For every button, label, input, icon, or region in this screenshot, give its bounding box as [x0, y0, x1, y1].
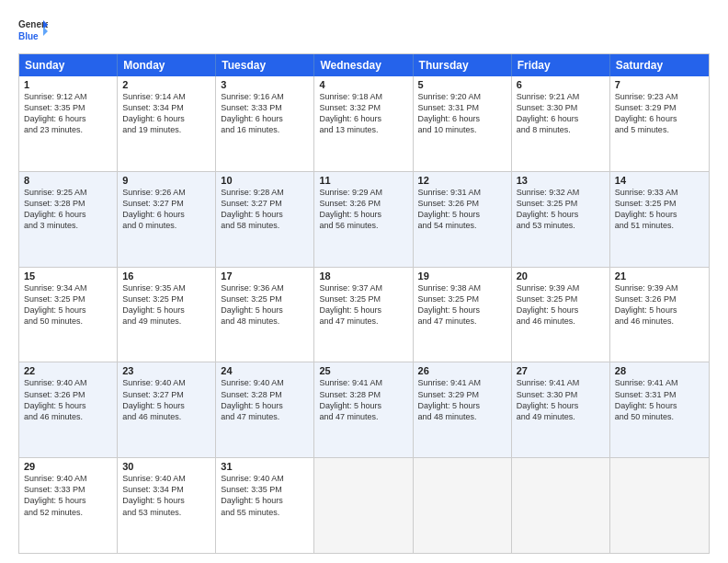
calendar-cell — [512, 458, 610, 553]
calendar-row-3: 15Sunrise: 9:34 AMSunset: 3:25 PMDayligh… — [19, 267, 709, 362]
calendar-cell: 24Sunrise: 9:40 AMSunset: 3:28 PMDayligh… — [216, 362, 314, 457]
day-number: 3 — [221, 79, 309, 90]
day-number: 6 — [517, 79, 605, 90]
day-of-week-tuesday: Tuesday — [216, 54, 314, 76]
day-number: 29 — [24, 461, 112, 472]
calendar-cell: 10Sunrise: 9:28 AMSunset: 3:27 PMDayligh… — [216, 172, 314, 267]
day-of-week-saturday: Saturday — [610, 54, 709, 76]
day-of-week-thursday: Thursday — [414, 54, 512, 76]
calendar-row-2: 8Sunrise: 9:25 AMSunset: 3:28 PMDaylight… — [19, 171, 709, 267]
page: General Blue SundayMondayTuesdayWednesda… — [0, 0, 728, 563]
logo-container: General Blue — [18, 15, 48, 44]
cell-info: Sunrise: 9:40 AMSunset: 3:27 PMDaylight:… — [122, 377, 210, 422]
day-number: 8 — [24, 175, 112, 186]
calendar-cell: 3Sunrise: 9:16 AMSunset: 3:33 PMDaylight… — [216, 76, 314, 171]
day-of-week-friday: Friday — [512, 54, 610, 76]
day-of-week-sunday: Sunday — [19, 54, 118, 76]
cell-info: Sunrise: 9:39 AMSunset: 3:25 PMDaylight:… — [517, 282, 605, 327]
cell-info: Sunrise: 9:40 AMSunset: 3:34 PMDaylight:… — [122, 473, 210, 518]
calendar-cell: 28Sunrise: 9:41 AMSunset: 3:31 PMDayligh… — [610, 362, 709, 457]
calendar-cell: 12Sunrise: 9:31 AMSunset: 3:26 PMDayligh… — [414, 172, 512, 267]
logo: General Blue — [18, 15, 48, 44]
cell-info: Sunrise: 9:21 AMSunset: 3:30 PMDaylight:… — [517, 91, 605, 136]
cell-info: Sunrise: 9:18 AMSunset: 3:32 PMDaylight:… — [319, 91, 407, 136]
day-number: 19 — [418, 270, 506, 282]
day-number: 2 — [122, 79, 210, 90]
calendar-cell: 9Sunrise: 9:26 AMSunset: 3:27 PMDaylight… — [118, 172, 216, 267]
day-number: 26 — [418, 365, 506, 376]
day-number: 31 — [221, 461, 309, 472]
day-number: 18 — [319, 270, 407, 282]
cell-info: Sunrise: 9:31 AMSunset: 3:26 PMDaylight:… — [418, 187, 506, 232]
calendar-cell: 7Sunrise: 9:23 AMSunset: 3:29 PMDaylight… — [610, 76, 709, 171]
calendar-cell: 16Sunrise: 9:35 AMSunset: 3:25 PMDayligh… — [118, 268, 216, 362]
day-number: 7 — [615, 79, 704, 90]
calendar-cell: 8Sunrise: 9:25 AMSunset: 3:28 PMDaylight… — [19, 172, 118, 267]
cell-info: Sunrise: 9:20 AMSunset: 3:31 PMDaylight:… — [418, 91, 506, 136]
calendar-cell: 22Sunrise: 9:40 AMSunset: 3:26 PMDayligh… — [19, 362, 118, 457]
day-number: 15 — [24, 270, 112, 282]
cell-info: Sunrise: 9:16 AMSunset: 3:33 PMDaylight:… — [221, 91, 309, 136]
cell-info: Sunrise: 9:38 AMSunset: 3:25 PMDaylight:… — [418, 282, 506, 327]
cell-info: Sunrise: 9:29 AMSunset: 3:26 PMDaylight:… — [319, 187, 407, 232]
cell-info: Sunrise: 9:41 AMSunset: 3:29 PMDaylight:… — [418, 377, 506, 422]
day-number: 17 — [221, 270, 309, 282]
svg-text:Blue: Blue — [18, 31, 39, 41]
cell-info: Sunrise: 9:28 AMSunset: 3:27 PMDaylight:… — [221, 187, 309, 232]
cell-info: Sunrise: 9:35 AMSunset: 3:25 PMDaylight:… — [122, 282, 210, 327]
day-number: 4 — [319, 79, 407, 90]
calendar: SundayMondayTuesdayWednesdayThursdayFrid… — [18, 53, 710, 554]
calendar-cell: 5Sunrise: 9:20 AMSunset: 3:31 PMDaylight… — [414, 76, 512, 171]
cell-info: Sunrise: 9:37 AMSunset: 3:25 PMDaylight:… — [319, 282, 407, 327]
calendar-cell — [414, 458, 512, 553]
day-number: 30 — [122, 461, 210, 472]
cell-info: Sunrise: 9:40 AMSunset: 3:26 PMDaylight:… — [24, 377, 112, 422]
day-number: 5 — [418, 79, 506, 90]
cell-info: Sunrise: 9:41 AMSunset: 3:28 PMDaylight:… — [319, 377, 407, 422]
calendar-cell: 23Sunrise: 9:40 AMSunset: 3:27 PMDayligh… — [118, 362, 216, 457]
cell-info: Sunrise: 9:33 AMSunset: 3:25 PMDaylight:… — [615, 187, 704, 232]
calendar-cell: 1Sunrise: 9:12 AMSunset: 3:35 PMDaylight… — [19, 76, 118, 171]
cell-info: Sunrise: 9:25 AMSunset: 3:28 PMDaylight:… — [24, 187, 112, 232]
calendar-cell: 21Sunrise: 9:39 AMSunset: 3:26 PMDayligh… — [610, 268, 709, 362]
cell-info: Sunrise: 9:14 AMSunset: 3:34 PMDaylight:… — [122, 91, 210, 136]
calendar-cell: 25Sunrise: 9:41 AMSunset: 3:28 PMDayligh… — [314, 362, 413, 457]
calendar-cell: 31Sunrise: 9:40 AMSunset: 3:35 PMDayligh… — [216, 458, 314, 553]
calendar-cell: 20Sunrise: 9:39 AMSunset: 3:25 PMDayligh… — [512, 268, 610, 362]
calendar-cell: 27Sunrise: 9:41 AMSunset: 3:30 PMDayligh… — [512, 362, 610, 457]
calendar-cell: 15Sunrise: 9:34 AMSunset: 3:25 PMDayligh… — [19, 268, 118, 362]
day-number: 20 — [517, 270, 605, 282]
day-number: 28 — [615, 365, 704, 376]
cell-info: Sunrise: 9:36 AMSunset: 3:25 PMDaylight:… — [221, 282, 309, 327]
day-number: 14 — [615, 175, 704, 186]
calendar-cell: 2Sunrise: 9:14 AMSunset: 3:34 PMDaylight… — [118, 76, 216, 171]
day-number: 24 — [221, 365, 309, 376]
calendar-cell — [610, 458, 709, 553]
cell-info: Sunrise: 9:40 AMSunset: 3:35 PMDaylight:… — [221, 473, 309, 518]
cell-info: Sunrise: 9:34 AMSunset: 3:25 PMDaylight:… — [24, 282, 112, 327]
calendar-cell: 17Sunrise: 9:36 AMSunset: 3:25 PMDayligh… — [216, 268, 314, 362]
day-number: 10 — [221, 175, 309, 186]
calendar-cell: 11Sunrise: 9:29 AMSunset: 3:26 PMDayligh… — [314, 172, 413, 267]
calendar-cell — [314, 458, 413, 553]
header: General Blue — [18, 15, 710, 44]
day-number: 27 — [517, 365, 605, 376]
cell-info: Sunrise: 9:41 AMSunset: 3:31 PMDaylight:… — [615, 377, 704, 422]
day-number: 13 — [517, 175, 605, 186]
cell-info: Sunrise: 9:12 AMSunset: 3:35 PMDaylight:… — [24, 91, 112, 136]
calendar-cell: 6Sunrise: 9:21 AMSunset: 3:30 PMDaylight… — [512, 76, 610, 171]
cell-info: Sunrise: 9:39 AMSunset: 3:26 PMDaylight:… — [615, 282, 704, 327]
day-number: 22 — [24, 365, 112, 376]
cell-info: Sunrise: 9:26 AMSunset: 3:27 PMDaylight:… — [122, 187, 210, 232]
cell-info: Sunrise: 9:23 AMSunset: 3:29 PMDaylight:… — [615, 91, 704, 136]
calendar-cell: 29Sunrise: 9:40 AMSunset: 3:33 PMDayligh… — [19, 458, 118, 553]
day-number: 23 — [122, 365, 210, 376]
calendar-cell: 13Sunrise: 9:32 AMSunset: 3:25 PMDayligh… — [512, 172, 610, 267]
cell-info: Sunrise: 9:41 AMSunset: 3:30 PMDaylight:… — [517, 377, 605, 422]
day-number: 11 — [319, 175, 407, 186]
calendar-cell: 26Sunrise: 9:41 AMSunset: 3:29 PMDayligh… — [414, 362, 512, 457]
calendar-row-4: 22Sunrise: 9:40 AMSunset: 3:26 PMDayligh… — [19, 362, 709, 457]
day-number: 9 — [122, 175, 210, 186]
calendar-row-5: 29Sunrise: 9:40 AMSunset: 3:33 PMDayligh… — [19, 457, 709, 553]
day-number: 16 — [122, 270, 210, 282]
